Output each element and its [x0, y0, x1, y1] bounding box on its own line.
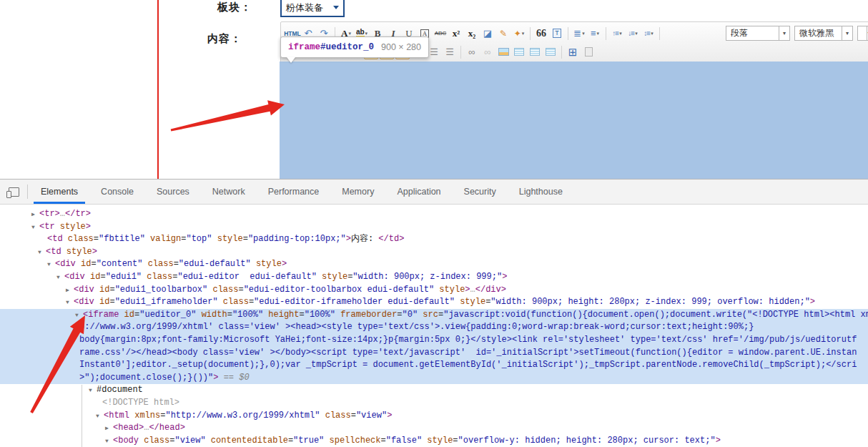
toolbar-divider — [530, 27, 531, 40]
blockquote-button[interactable]: 66 — [534, 26, 548, 41]
superscript-button[interactable]: x² — [449, 26, 463, 41]
image-inline-button[interactable] — [528, 45, 542, 59]
code-token: "top" — [186, 234, 212, 244]
dom-tree-row[interactable]: p://www.w3.org/1999/xhtml' class='view' … — [0, 321, 868, 334]
subscript-button[interactable]: x₂ — [465, 26, 479, 41]
tab-memory[interactable]: Memory — [332, 180, 384, 204]
insert-pagebreak-button[interactable] — [581, 45, 596, 59]
code-token: "content" — [97, 259, 143, 269]
code-token: "ueditor_0" — [139, 310, 196, 320]
dom-tree-row[interactable]: ▶<head>…</head> — [0, 422, 868, 435]
collapse-arrow-icon[interactable]: ▼ — [66, 296, 74, 309]
expand-arrow-icon[interactable]: ▶ — [66, 284, 74, 297]
justify-button[interactable]: ☰ — [443, 45, 457, 59]
collapse-arrow-icon[interactable]: ▼ — [56, 271, 64, 284]
collapse-arrow-icon[interactable]: ▼ — [75, 309, 83, 322]
code-token: "view" — [174, 436, 205, 446]
code-token: > — [86, 222, 91, 232]
dom-tree-row[interactable]: ▼#document — [0, 384, 868, 397]
collapse-arrow-icon[interactable]: ▼ — [47, 258, 55, 271]
dom-tree-row[interactable]: body{margin:8px;font-family:Microsoft Ya… — [0, 334, 868, 347]
tab-lighthouse[interactable]: Lighthouse — [509, 180, 573, 204]
insert-image-button[interactable] — [496, 45, 511, 59]
dom-tree-row[interactable]: ▼<div id="edui1" class="edui-editor edui… — [0, 271, 868, 284]
unordered-list-icon: ≡ — [591, 28, 596, 39]
code-token: style — [61, 247, 92, 257]
tab-network[interactable]: Network — [202, 180, 255, 204]
paste-as-text-button[interactable]: T — [550, 26, 564, 41]
ordered-list-button[interactable]: ≣▾ — [572, 26, 586, 41]
code-token: class — [63, 234, 94, 244]
code-token: "edui-editor-iframeholder edui-default" — [254, 297, 455, 307]
collapse-arrow-icon[interactable]: ▼ — [38, 246, 46, 259]
chevron-down-icon: ▾ — [619, 31, 622, 36]
collapse-arrow-icon[interactable]: ▼ — [96, 410, 104, 423]
page-preview: 板块： 粉体装备 内容： HTML↶↷A▾ab▾BIUAABCx²x₂◪✎✦▾6… — [0, 0, 868, 179]
line-height-button[interactable]: ↕≡▾ — [641, 26, 656, 41]
eraser-button[interactable]: ◪ — [480, 26, 495, 41]
collapse-arrow-icon[interactable]: ▼ — [31, 221, 39, 234]
insert-link-button[interactable]: ∞ — [465, 45, 479, 59]
code-token: "false" — [386, 436, 422, 446]
dom-tree-row[interactable]: ▼<iframe id="ueditor_0" width="100%" hei… — [0, 309, 868, 322]
format-painter-button[interactable]: ✎ — [496, 26, 511, 41]
dom-tree-row[interactable]: Instant0'];editor._setup(document);},0);… — [0, 359, 868, 372]
dom-tree-row[interactable]: ▼<tr style> — [0, 221, 868, 234]
chevron-down-icon: ▾ — [779, 26, 789, 40]
dom-tree-row[interactable]: >");document.close();}())"> == $0 — [0, 372, 868, 385]
code-token: class — [320, 411, 350, 421]
clipped-select[interactable]: ▾ — [857, 26, 868, 41]
code-token: style — [317, 272, 347, 282]
expand-arrow-icon[interactable]: ▶ — [31, 208, 39, 221]
code-token: <td — [46, 247, 61, 257]
collapse-arrow-icon[interactable]: ▼ — [89, 384, 97, 397]
tab-application[interactable]: Application — [387, 180, 450, 204]
dom-tree-row[interactable]: ▶<div id="edui1_toolbarbox" class="edui-… — [0, 284, 868, 297]
code-token: height — [263, 310, 299, 320]
space-after-paragraph-icon: ↓≡ — [628, 29, 634, 37]
code-token: "0" — [403, 310, 418, 320]
dom-tree-row[interactable]: rame.css'/></head><body class='view' ></… — [0, 347, 868, 360]
code-token: > — [282, 259, 287, 269]
dom-tree-row[interactable]: ▼<div id="content" class="edui-default" … — [0, 258, 868, 271]
code-token: class — [218, 297, 249, 307]
dom-tree-row[interactable]: ▼<td style> — [0, 246, 868, 259]
dom-tree-row[interactable]: <!DOCTYPE html> — [0, 397, 868, 410]
dom-tree-row[interactable]: ▼<body class="view" contenteditable="tru… — [0, 435, 868, 447]
expand-arrow-icon[interactable]: ▶ — [105, 422, 113, 435]
collapse-arrow-icon[interactable]: ▼ — [105, 435, 113, 447]
strikethrough-button[interactable]: ABC — [433, 26, 448, 41]
tab-security[interactable]: Security — [454, 180, 506, 204]
dom-tree-row[interactable]: ▼<div id="edui1_iframeholder" class="edu… — [0, 296, 868, 309]
remove-link-button[interactable]: ∞ — [480, 45, 495, 59]
tab-performance[interactable]: Performance — [258, 180, 330, 204]
ordered-list-icon: ≣ — [573, 28, 581, 39]
code-token: </tr> — [65, 209, 91, 219]
code-token: id — [76, 259, 92, 269]
section-select[interactable]: 粉体装备 — [280, 0, 345, 17]
code-token: == $0 — [218, 373, 249, 383]
unordered-list-button[interactable]: ≡▾ — [588, 26, 602, 41]
chevron-down-icon: ▾ — [635, 31, 638, 36]
font-family-select[interactable]: 微软雅黑▾ — [794, 26, 853, 41]
code-token: = — [238, 285, 243, 295]
dom-tree-row[interactable]: ▼<html xmlns="http://www.w3.org/1999/xht… — [0, 410, 868, 423]
code-token: class — [207, 285, 238, 295]
align-right-button[interactable]: ☰ — [427, 45, 441, 59]
tab-sources[interactable]: Sources — [147, 180, 199, 204]
image-float-left-button[interactable] — [512, 45, 526, 59]
insert-table-button[interactable]: ⊞ — [566, 45, 580, 59]
dom-tree-row[interactable]: <td class="fbtitle" valign="top" style="… — [0, 233, 868, 246]
tooltip-dimensions: 900 × 280 — [381, 42, 421, 52]
tab-elements[interactable]: Elements — [31, 180, 88, 204]
code-token: > — [92, 247, 97, 257]
space-before-paragraph-button[interactable]: ↑≡▾ — [610, 26, 624, 41]
auto-typeset-button[interactable]: ✦▾ — [512, 26, 526, 41]
image-float-right-button[interactable] — [543, 45, 558, 59]
dom-tree-row[interactable]: ▶<tr>…</tr> — [0, 208, 868, 221]
toggle-device-toolbar-icon[interactable] — [0, 180, 27, 204]
space-after-paragraph-button[interactable]: ↓≡▾ — [626, 26, 640, 41]
code-token: … — [470, 285, 475, 295]
tab-console[interactable]: Console — [91, 180, 144, 204]
paragraph-format-select[interactable]: 段落▾ — [726, 26, 790, 41]
